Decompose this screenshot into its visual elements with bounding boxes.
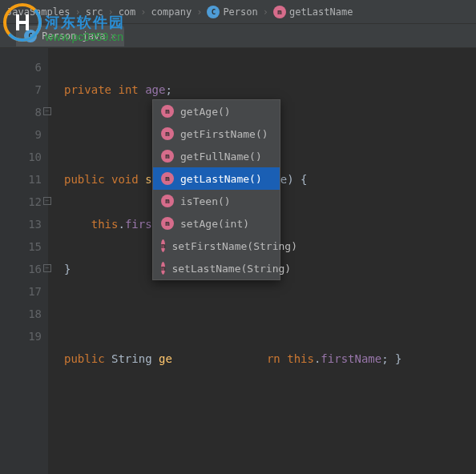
autocomplete-item-setfirstname[interactable]: m setFirstName(String): [153, 235, 280, 257]
autocomplete-popup: m getAge() m getFirstName() m getFullNam…: [152, 99, 280, 280]
method-icon: m: [161, 150, 174, 163]
line-number: 15: [0, 235, 42, 258]
code-line: public String ge rn this.firstName; }: [64, 347, 476, 370]
watermark-logo: [3, 3, 42, 42]
autocomplete-item-isteen[interactable]: m isTeen(): [153, 190, 280, 212]
method-icon: m: [161, 262, 165, 275]
chevron-right-icon: ›: [140, 6, 146, 18]
method-icon: m: [161, 105, 174, 118]
class-icon: C: [207, 6, 220, 18]
code-line: [64, 437, 476, 460]
line-number: 8−: [0, 101, 42, 123]
chevron-right-icon: ›: [263, 6, 268, 18]
watermark-title: 河东软件园: [45, 13, 125, 32]
autocomplete-item-getage[interactable]: m getAge(): [153, 100, 280, 123]
line-number: 16−: [0, 258, 42, 280]
autocomplete-item-getfullname[interactable]: m getFullName(): [153, 145, 280, 167]
breadcrumb-item-getlastname[interactable]: m getLastName: [273, 6, 353, 18]
line-number: 9: [0, 123, 42, 146]
code-line: [64, 392, 476, 415]
gutter: 6 7 8− 9 10 11 12− 13 15 16− 17 18 19: [0, 48, 48, 474]
breadcrumb-item-company[interactable]: company: [151, 6, 192, 18]
autocomplete-item-getfirstname[interactable]: m getFirstName(): [153, 123, 280, 145]
method-icon: m: [161, 195, 174, 207]
watermark-url: www.pc0359.cn: [45, 30, 123, 43]
method-icon: m: [161, 239, 165, 252]
autocomplete-item-setlastname[interactable]: m setLastName(String): [153, 257, 280, 279]
code-line: private int age;: [64, 78, 476, 101]
line-number: 6: [0, 56, 42, 78]
autocomplete-item-getlastname[interactable]: m getLastName(): [153, 167, 280, 190]
code-line: [64, 303, 476, 325]
line-number: 7: [0, 78, 42, 101]
method-icon: m: [161, 217, 174, 230]
line-number: 19: [0, 325, 42, 347]
line-number: 13: [0, 213, 42, 235]
svg-rect-4: [16, 21, 29, 24]
autocomplete-item-setage[interactable]: m setAge(int): [153, 212, 280, 235]
method-icon: m: [273, 6, 286, 18]
line-number: 17: [0, 280, 42, 303]
line-number: 18: [0, 303, 42, 325]
method-icon: m: [161, 127, 174, 140]
line-number: 11: [0, 168, 42, 191]
method-icon: m: [161, 172, 174, 185]
breadcrumb-item-person[interactable]: C Person: [207, 6, 257, 18]
line-number: 12−: [0, 191, 42, 213]
chevron-right-icon: ›: [196, 6, 202, 18]
editor: 6 7 8− 9 10 11 12− 13 15 16− 17 18 19 pr…: [0, 48, 476, 474]
line-number: 10: [0, 146, 42, 168]
